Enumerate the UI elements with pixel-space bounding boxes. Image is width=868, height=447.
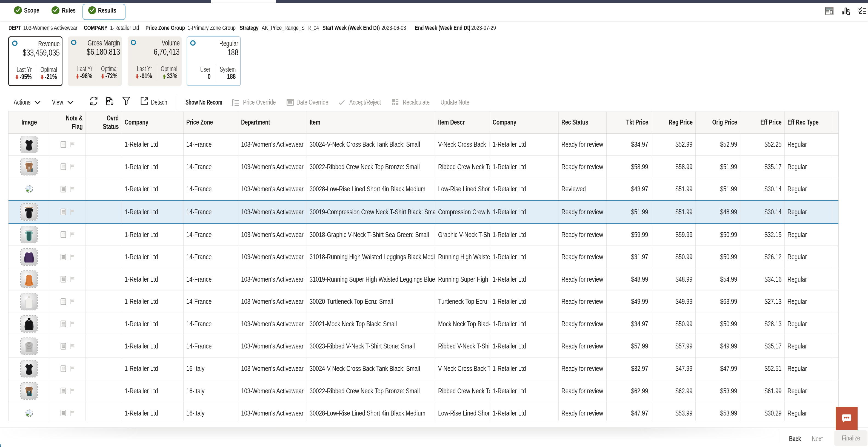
svg-text:x: x xyxy=(108,100,109,103)
